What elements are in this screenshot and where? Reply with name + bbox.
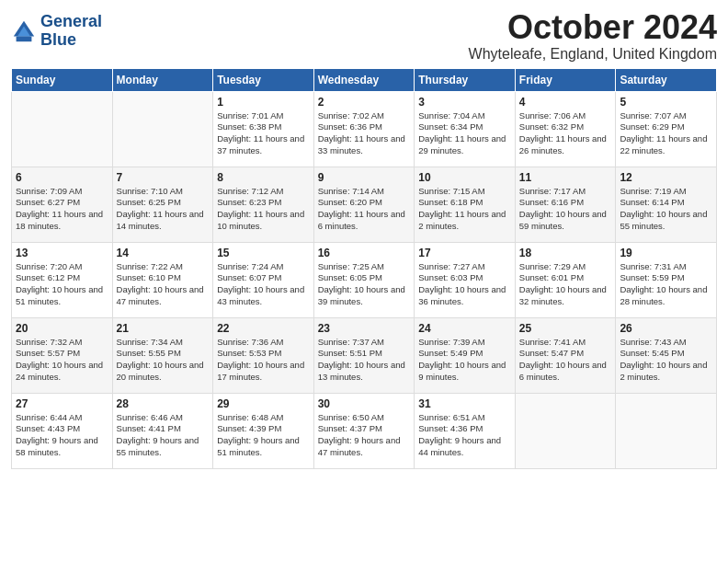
- col-monday: Monday: [112, 68, 213, 91]
- cell-3-4: 24Sunrise: 7:39 AM Sunset: 5:49 PM Dayli…: [415, 317, 516, 393]
- calendar-table: Sunday Monday Tuesday Wednesday Thursday…: [11, 68, 717, 469]
- day-info: Sunrise: 7:17 AM Sunset: 6:16 PM Dayligh…: [519, 186, 612, 233]
- logo: General Blue: [11, 13, 102, 50]
- cell-2-1: 14Sunrise: 7:22 AM Sunset: 6:10 PM Dayli…: [112, 242, 213, 317]
- col-thursday: Thursday: [415, 68, 516, 91]
- svg-rect-2: [17, 36, 32, 41]
- logo-line2: Blue: [40, 31, 102, 50]
- day-info: Sunrise: 7:31 AM Sunset: 5:59 PM Dayligh…: [620, 261, 712, 308]
- day-info: Sunrise: 7:12 AM Sunset: 6:23 PM Dayligh…: [217, 186, 310, 233]
- day-info: Sunrise: 7:41 AM Sunset: 5:47 PM Dayligh…: [519, 337, 612, 384]
- day-info: Sunrise: 7:09 AM Sunset: 6:27 PM Dayligh…: [16, 186, 108, 233]
- day-info: Sunrise: 6:44 AM Sunset: 4:43 PM Dayligh…: [16, 412, 108, 459]
- cell-2-5: 18Sunrise: 7:29 AM Sunset: 6:01 PM Dayli…: [515, 242, 616, 317]
- cell-0-0: [12, 91, 113, 167]
- day-info: Sunrise: 7:01 AM Sunset: 6:38 PM Dayligh…: [217, 110, 310, 157]
- cell-0-2: 1Sunrise: 7:01 AM Sunset: 6:38 PM Daylig…: [213, 91, 314, 167]
- day-info: Sunrise: 7:25 AM Sunset: 6:05 PM Dayligh…: [318, 261, 411, 308]
- day-info: Sunrise: 7:04 AM Sunset: 6:34 PM Dayligh…: [418, 110, 511, 157]
- cell-4-3: 30Sunrise: 6:50 AM Sunset: 4:37 PM Dayli…: [313, 393, 415, 468]
- day-info: Sunrise: 7:37 AM Sunset: 5:51 PM Dayligh…: [318, 337, 411, 384]
- title-block: October 2024 Whyteleafe, England, United…: [469, 9, 717, 63]
- day-info: Sunrise: 7:39 AM Sunset: 5:49 PM Dayligh…: [418, 337, 511, 384]
- week-row-4: 27Sunrise: 6:44 AM Sunset: 4:43 PM Dayli…: [12, 393, 717, 468]
- day-number: 6: [16, 171, 108, 184]
- cell-0-3: 2Sunrise: 7:02 AM Sunset: 6:36 PM Daylig…: [313, 91, 415, 167]
- day-number: 4: [519, 96, 612, 109]
- cell-2-4: 17Sunrise: 7:27 AM Sunset: 6:03 PM Dayli…: [415, 242, 516, 317]
- location: Whyteleafe, England, United Kingdom: [469, 46, 717, 63]
- day-number: 17: [418, 247, 511, 259]
- day-number: 31: [418, 397, 511, 410]
- week-row-0: 1Sunrise: 7:01 AM Sunset: 6:38 PM Daylig…: [12, 91, 717, 167]
- day-info: Sunrise: 7:24 AM Sunset: 6:07 PM Dayligh…: [217, 261, 310, 308]
- cell-2-0: 13Sunrise: 7:20 AM Sunset: 6:12 PM Dayli…: [12, 242, 113, 317]
- day-info: Sunrise: 7:27 AM Sunset: 6:03 PM Dayligh…: [418, 261, 511, 308]
- day-info: Sunrise: 6:50 AM Sunset: 4:37 PM Dayligh…: [318, 412, 411, 459]
- day-number: 26: [620, 322, 712, 335]
- day-number: 24: [418, 322, 511, 335]
- cell-1-4: 10Sunrise: 7:15 AM Sunset: 6:18 PM Dayli…: [415, 167, 516, 242]
- day-number: 7: [117, 171, 210, 184]
- calendar-header: Sunday Monday Tuesday Wednesday Thursday…: [12, 68, 717, 91]
- col-saturday: Saturday: [616, 68, 717, 91]
- day-number: 8: [217, 171, 310, 184]
- col-tuesday: Tuesday: [213, 68, 314, 91]
- cell-4-5: [515, 393, 616, 468]
- day-info: Sunrise: 7:43 AM Sunset: 5:45 PM Dayligh…: [620, 337, 712, 384]
- day-info: Sunrise: 7:06 AM Sunset: 6:32 PM Dayligh…: [519, 110, 612, 157]
- day-number: 19: [620, 247, 712, 259]
- cell-1-0: 6Sunrise: 7:09 AM Sunset: 6:27 PM Daylig…: [12, 167, 113, 242]
- cell-0-6: 5Sunrise: 7:07 AM Sunset: 6:29 PM Daylig…: [616, 91, 717, 167]
- cell-3-3: 23Sunrise: 7:37 AM Sunset: 5:51 PM Dayli…: [313, 317, 415, 393]
- day-number: 15: [217, 247, 310, 259]
- cell-4-4: 31Sunrise: 6:51 AM Sunset: 4:36 PM Dayli…: [415, 393, 516, 468]
- day-info: Sunrise: 7:29 AM Sunset: 6:01 PM Dayligh…: [519, 261, 612, 308]
- col-wednesday: Wednesday: [313, 68, 415, 91]
- day-info: Sunrise: 7:20 AM Sunset: 6:12 PM Dayligh…: [16, 261, 108, 308]
- day-number: 18: [519, 247, 612, 259]
- col-sunday: Sunday: [12, 68, 113, 91]
- day-info: Sunrise: 7:07 AM Sunset: 6:29 PM Dayligh…: [620, 110, 712, 157]
- day-info: Sunrise: 7:15 AM Sunset: 6:18 PM Dayligh…: [418, 186, 511, 233]
- cell-3-1: 21Sunrise: 7:34 AM Sunset: 5:55 PM Dayli…: [112, 317, 213, 393]
- day-number: 27: [16, 397, 108, 410]
- cell-1-5: 11Sunrise: 7:17 AM Sunset: 6:16 PM Dayli…: [515, 167, 616, 242]
- day-number: 13: [16, 247, 108, 259]
- day-info: Sunrise: 7:36 AM Sunset: 5:53 PM Dayligh…: [217, 337, 310, 384]
- day-info: Sunrise: 6:51 AM Sunset: 4:36 PM Dayligh…: [418, 412, 511, 459]
- week-row-1: 6Sunrise: 7:09 AM Sunset: 6:27 PM Daylig…: [12, 167, 717, 242]
- day-number: 28: [117, 397, 210, 410]
- cell-2-3: 16Sunrise: 7:25 AM Sunset: 6:05 PM Dayli…: [313, 242, 415, 317]
- day-info: Sunrise: 7:14 AM Sunset: 6:20 PM Dayligh…: [318, 186, 411, 233]
- header-row: Sunday Monday Tuesday Wednesday Thursday…: [12, 68, 717, 91]
- cell-3-0: 20Sunrise: 7:32 AM Sunset: 5:57 PM Dayli…: [12, 317, 113, 393]
- cell-0-5: 4Sunrise: 7:06 AM Sunset: 6:32 PM Daylig…: [515, 91, 616, 167]
- cell-3-6: 26Sunrise: 7:43 AM Sunset: 5:45 PM Dayli…: [616, 317, 717, 393]
- day-info: Sunrise: 6:48 AM Sunset: 4:39 PM Dayligh…: [217, 412, 310, 459]
- day-number: 29: [217, 397, 310, 410]
- cell-4-6: [616, 393, 717, 468]
- day-info: Sunrise: 7:34 AM Sunset: 5:55 PM Dayligh…: [117, 337, 210, 384]
- month-title: October 2024: [469, 9, 717, 46]
- cell-1-1: 7Sunrise: 7:10 AM Sunset: 6:25 PM Daylig…: [112, 167, 213, 242]
- cell-4-0: 27Sunrise: 6:44 AM Sunset: 4:43 PM Dayli…: [12, 393, 113, 468]
- day-number: 11: [519, 171, 612, 184]
- cell-2-2: 15Sunrise: 7:24 AM Sunset: 6:07 PM Dayli…: [213, 242, 314, 317]
- cell-4-1: 28Sunrise: 6:46 AM Sunset: 4:41 PM Dayli…: [112, 393, 213, 468]
- day-number: 1: [217, 96, 310, 109]
- logo-icon: [11, 18, 37, 44]
- day-number: 25: [519, 322, 612, 335]
- day-info: Sunrise: 7:19 AM Sunset: 6:14 PM Dayligh…: [620, 186, 712, 233]
- day-number: 2: [318, 96, 411, 109]
- cell-3-2: 22Sunrise: 7:36 AM Sunset: 5:53 PM Dayli…: [213, 317, 314, 393]
- day-number: 5: [620, 96, 712, 109]
- week-row-2: 13Sunrise: 7:20 AM Sunset: 6:12 PM Dayli…: [12, 242, 717, 317]
- day-number: 12: [620, 171, 712, 184]
- day-number: 20: [16, 322, 108, 335]
- cell-1-2: 8Sunrise: 7:12 AM Sunset: 6:23 PM Daylig…: [213, 167, 314, 242]
- col-friday: Friday: [515, 68, 616, 91]
- page: General Blue October 2024 Whyteleafe, En…: [0, 0, 728, 563]
- day-number: 23: [318, 322, 411, 335]
- day-number: 3: [418, 96, 511, 109]
